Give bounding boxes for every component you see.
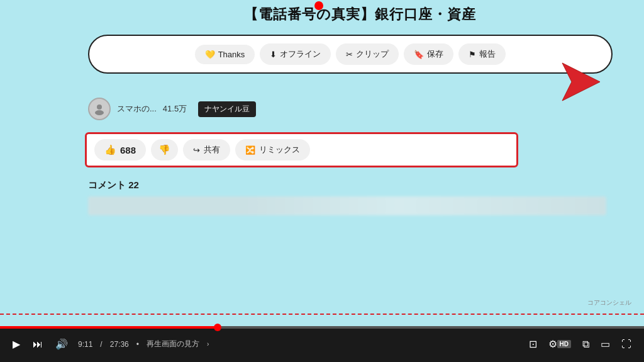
comments-section: コメント 22 <box>88 179 606 215</box>
thumbs-up-icon: 👍 <box>104 144 116 156</box>
settings-icon: ⚙ <box>548 338 557 350</box>
channel-subs: 41.5万 <box>163 103 187 115</box>
video-title-area: 【電話番号の真実】銀行口座・資産 <box>113 5 606 24</box>
theater-icon: ▭ <box>601 338 610 350</box>
current-time: 9:11 <box>78 340 92 349</box>
video-title: 【電話番号の真実】銀行口座・資産 <box>113 5 606 24</box>
channel-badge: ナヤンイル豆 <box>198 101 256 117</box>
clip-button[interactable]: ✂ クリップ <box>336 43 399 65</box>
volume-button[interactable]: 🔊 <box>53 336 70 353</box>
play-button[interactable]: ▶ <box>10 336 23 353</box>
settings-button[interactable]: ⚙ HD <box>546 336 574 353</box>
right-controls: ⊡ ⚙ HD ⧉ ▭ ⛶ <box>526 336 634 353</box>
hd-badge: HD <box>557 340 571 348</box>
volume-icon: 🔊 <box>55 338 68 350</box>
dislike-button[interactable]: 👎 <box>151 139 178 161</box>
controls-bar: ▶ ⏭ 🔊 9:11 / 27:36 • 再生画面の見方 › ⊡ ⚙ HD ⧉ … <box>0 326 644 362</box>
skip-icon: ⏭ <box>33 339 43 350</box>
progress-dot <box>214 324 221 331</box>
skip-next-button[interactable]: ⏭ <box>30 336 45 353</box>
comment-blur-row <box>88 196 606 215</box>
action-buttons-box: 💛 Thanks ⬇ オフライン ✂ クリップ 🔖 保存 ⚑ 報告 <box>88 35 613 74</box>
video-area: 【電話番号の真実】銀行口座・資産 💛 Thanks ⬇ オフライン ✂ クリップ… <box>0 0 644 326</box>
flag-icon: ⚑ <box>469 50 476 59</box>
chapter-chevron-icon: › <box>207 341 209 348</box>
theater-button[interactable]: ▭ <box>598 336 613 353</box>
miniplayer-button[interactable]: ⧉ <box>580 336 592 353</box>
dot-separator: • <box>136 340 139 349</box>
channel-icon-svg <box>93 103 106 115</box>
like-row: 👍 688 👎 ↪ 共有 🔀 リミックス <box>85 132 518 167</box>
remix-button[interactable]: 🔀 リミックス <box>235 139 310 161</box>
fullscreen-icon: ⛶ <box>621 339 631 350</box>
channel-strip: スマホの... 41.5万 ナヤンイル豆 <box>88 98 613 120</box>
miniplayer-icon: ⧉ <box>582 339 589 350</box>
total-time: 27:36 <box>110 340 129 349</box>
time-separator: / <box>100 340 102 349</box>
report-button[interactable]: ⚑ 報告 <box>458 43 506 65</box>
like-button[interactable]: 👍 688 <box>94 139 146 161</box>
channel-name: スマホの... <box>117 103 157 115</box>
remix-icon: 🔀 <box>245 145 255 155</box>
svg-marker-0 <box>562 63 600 101</box>
like-row-wrapper: 👍 688 👎 ↪ 共有 🔀 リミックス <box>85 132 518 167</box>
channel-avatar[interactable] <box>88 98 111 120</box>
bookmark-icon: 🔖 <box>414 50 424 59</box>
svg-point-2 <box>95 110 104 115</box>
chapter-label[interactable]: 再生画面の見方 <box>147 339 199 349</box>
thumbs-down-icon: 👎 <box>158 144 170 155</box>
play-icon: ▶ <box>13 338 20 350</box>
progress-bar-container[interactable] <box>0 326 644 329</box>
subtitles-icon: ⊡ <box>529 338 537 350</box>
watermark: コアコンシェル <box>587 298 631 307</box>
svg-point-1 <box>97 105 102 110</box>
download-icon: ⬇ <box>270 50 277 59</box>
subtitles-button[interactable]: ⊡ <box>526 336 540 353</box>
progress-fill <box>0 326 218 329</box>
red-dashed-line <box>0 314 644 315</box>
share-icon: ↪ <box>193 145 200 155</box>
fullscreen-button[interactable]: ⛶ <box>619 336 634 353</box>
offline-button[interactable]: ⬇ オフライン <box>260 43 331 65</box>
comments-label: コメント 22 <box>88 179 606 191</box>
thanks-button[interactable]: 💛 Thanks <box>195 45 255 64</box>
scissors-icon: ✂ <box>346 50 353 59</box>
share-button[interactable]: ↪ 共有 <box>183 139 230 161</box>
save-button[interactable]: 🔖 保存 <box>404 43 453 65</box>
thanks-icon: 💛 <box>205 50 215 59</box>
